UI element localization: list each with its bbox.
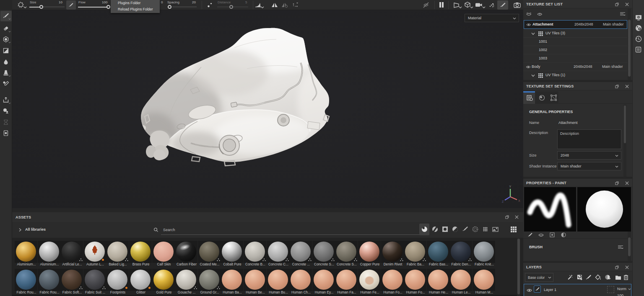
svg-text:Y: Y [509, 185, 512, 188]
svg-text:1: 1 [539, 13, 541, 16]
svg-text:Z: Z [502, 200, 504, 203]
svg-text:X: X [518, 199, 520, 202]
